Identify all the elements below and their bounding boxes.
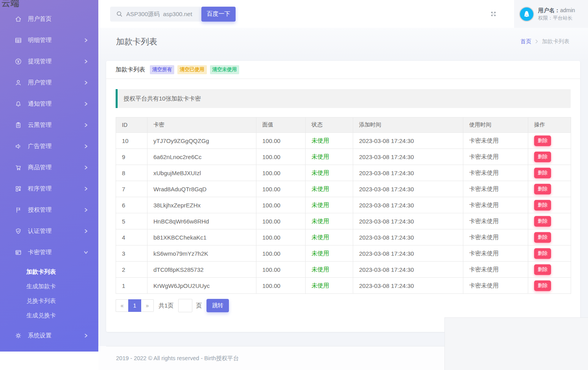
sidebar-item-ad-mgmt[interactable]: 广告管理	[0, 136, 98, 157]
card-panel: 加款卡列表 清空所有 清空已使用 清空未使用 授权平台共有10张加款卡卡密 ID…	[106, 61, 580, 332]
jump-button[interactable]: 跳转	[206, 299, 229, 312]
bell-icon	[14, 100, 22, 108]
sidebar-subitem-exchangecard-generate[interactable]: 生成兑换卡	[0, 308, 98, 322]
search-bar: 百度一下	[110, 7, 236, 22]
delete-button[interactable]: 删除	[534, 184, 551, 194]
cell-actions: 删除	[528, 245, 571, 262]
next-page-button[interactable]: »	[141, 299, 154, 312]
status-text: 未使用	[306, 245, 353, 262]
breadcrumb-current: 加款卡列表	[542, 38, 570, 45]
sidebar-item-card-mgmt[interactable]: 卡密管理	[0, 242, 98, 263]
sidebar-item-program-mgmt[interactable]: 程序管理	[0, 178, 98, 199]
sidebar-item-label: 授权管理	[28, 206, 84, 214]
pager-group: « 1 »	[116, 299, 154, 312]
sidebar-item-user-mgmt[interactable]: 用户管理	[0, 72, 98, 93]
card-header: 加款卡列表 清空所有 清空已使用 清空未使用	[106, 61, 580, 79]
sidebar-item-withdraw-mgmt[interactable]: 提现管理	[0, 51, 98, 72]
chevron-right-icon	[84, 332, 88, 339]
cell-actions: 删除	[528, 133, 571, 149]
prev-page-button[interactable]: «	[116, 299, 128, 312]
cell-id: 3	[116, 245, 147, 262]
card-body: 授权平台共有10张加款卡卡密 ID 卡密 面值 状态 添加时间 使用时间	[106, 79, 580, 312]
cell-added-time: 2023-03-08 17:24:30	[353, 181, 463, 197]
baidu-search-button[interactable]: 百度一下	[201, 7, 236, 22]
col-id: ID	[116, 117, 147, 133]
cell-value: 100.00	[256, 133, 306, 149]
breadcrumb-home-link[interactable]: 首页	[520, 38, 531, 45]
cell-actions: 删除	[528, 197, 571, 213]
delete-button[interactable]: 删除	[534, 232, 551, 243]
search-input[interactable]	[126, 11, 203, 17]
fullscreen-icon[interactable]	[490, 11, 497, 17]
cell-used-time: 卡密未使用	[463, 245, 528, 262]
sidebar-subitem-addcard-list[interactable]: 加款卡列表	[0, 264, 98, 279]
cell-value: 100.00	[256, 262, 306, 278]
breadcrumb: 首页 加款卡列表	[520, 38, 570, 45]
delete-button[interactable]: 删除	[534, 136, 551, 146]
content-area: 加款卡列表 首页 加款卡列表 加款卡列表 清空所有 清空已使用 清空未使用 授权…	[98, 28, 588, 346]
sidebar-item-detail-mgmt[interactable]: 明细管理	[0, 29, 98, 51]
current-page-button[interactable]: 1	[128, 299, 141, 312]
gear-icon	[14, 332, 22, 339]
delete-button[interactable]: 删除	[534, 168, 551, 178]
search-box[interactable]	[110, 7, 202, 22]
page-title: 加款卡列表	[116, 36, 157, 47]
status-text: 未使用	[306, 197, 353, 213]
cell-added-time: 2023-03-08 17:24:30	[353, 278, 463, 294]
status-text: 未使用	[306, 165, 353, 181]
cell-id: 4	[116, 229, 147, 245]
cell-id: 8	[116, 165, 147, 181]
sidebar-item-auth-mgmt[interactable]: 授权管理	[0, 199, 98, 220]
cell-id: 9	[116, 149, 147, 165]
cell-value: 100.00	[256, 165, 306, 181]
cell-used-time: 卡密未使用	[463, 262, 528, 278]
cell-actions: 删除	[528, 213, 571, 229]
speaker-icon	[14, 142, 22, 150]
sidebar-subitem-addcard-generate[interactable]: 生成加款卡	[0, 279, 98, 293]
cart-icon	[14, 163, 22, 171]
chevron-right-icon	[84, 228, 88, 234]
delete-button[interactable]: 删除	[534, 280, 551, 291]
sidebar-item-blacklist-mgmt[interactable]: 云黑管理	[0, 114, 98, 136]
chevron-right-icon	[535, 39, 538, 44]
delete-button[interactable]: 删除	[534, 200, 551, 211]
blocks-icon	[14, 185, 22, 192]
cell-added-time: 2023-03-08 17:24:30	[353, 197, 463, 213]
clipboard-icon	[14, 121, 22, 129]
sidebar-item-other-components[interactable]: 其他组件	[0, 346, 98, 352]
avatar	[519, 7, 534, 22]
cell-actions: 删除	[528, 262, 571, 278]
cell-value: 100.00	[256, 245, 306, 262]
cell-actions: 删除	[528, 149, 571, 165]
main-area: 百度一下 用户名：admin 权限：平台站长	[98, 0, 588, 370]
delete-button[interactable]: 删除	[534, 248, 551, 259]
sidebar-item-goods-mgmt[interactable]: 商品管理	[0, 157, 98, 178]
col-added-time: 添加时间	[353, 117, 463, 133]
sidebar-item-cert-mgmt[interactable]: 认证管理	[0, 220, 98, 242]
table-row: 2 dTC0f8pKS285732 100.00 未使用 2023-03-08 …	[116, 262, 571, 278]
clear-unused-badge[interactable]: 清空未使用	[210, 65, 240, 74]
chevron-right-icon	[84, 79, 88, 86]
status-text: 未使用	[306, 213, 353, 229]
sidebar-item-system-settings[interactable]: 系统设置	[0, 325, 98, 346]
sidebar-subitem-exchangecard-list[interactable]: 兑换卡列表	[0, 293, 98, 308]
clear-used-badge[interactable]: 清空已使用	[177, 65, 207, 74]
user-block[interactable]: 用户名：admin 权限：平台站长	[514, 0, 588, 28]
delete-button[interactable]: 删除	[534, 152, 551, 162]
cell-key: xUbgujMeBJXUIzl	[147, 165, 256, 181]
sidebar-item-label: 广告管理	[28, 143, 84, 150]
chevron-right-icon	[84, 58, 88, 65]
sidebar-item-user-home[interactable]: 用户首页	[0, 8, 98, 29]
table-header-row: ID 卡密 面值 状态 添加时间 使用时间 操作	[116, 117, 571, 133]
cell-actions: 删除	[528, 181, 571, 197]
clear-all-badge[interactable]: 清空所有	[150, 65, 174, 74]
shield-check-icon	[14, 227, 22, 235]
sidebar-item-label: 系统设置	[28, 332, 84, 339]
page-jump-input[interactable]	[178, 299, 192, 312]
cell-value: 100.00	[256, 181, 306, 197]
delete-button[interactable]: 删除	[534, 216, 551, 227]
cell-value: 100.00	[256, 229, 306, 245]
app-logo: 云端	[2, 0, 20, 9]
sidebar-item-notice-mgmt[interactable]: 通知管理	[0, 93, 98, 114]
delete-button[interactable]: 删除	[534, 264, 551, 275]
